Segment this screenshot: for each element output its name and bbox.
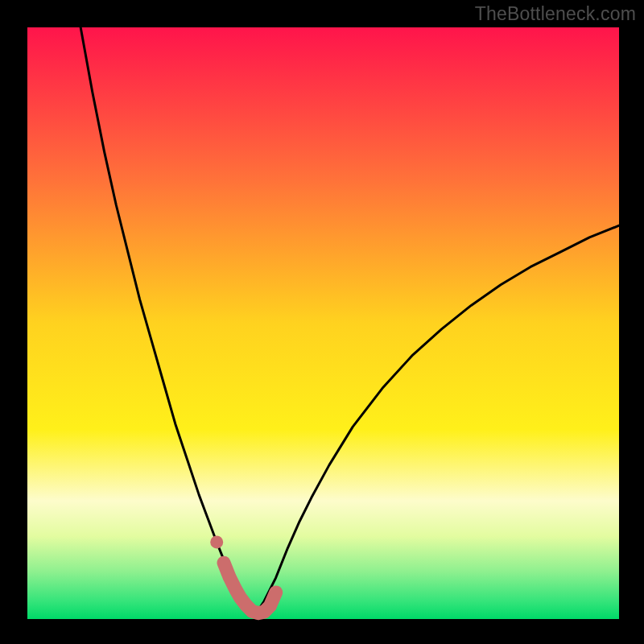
highlight-dot	[210, 535, 223, 548]
bottleneck-chart	[0, 0, 644, 644]
plot-background	[27, 27, 619, 619]
chart-frame: TheBottleneck.com	[0, 0, 644, 644]
watermark-text: TheBottleneck.com	[475, 3, 636, 25]
